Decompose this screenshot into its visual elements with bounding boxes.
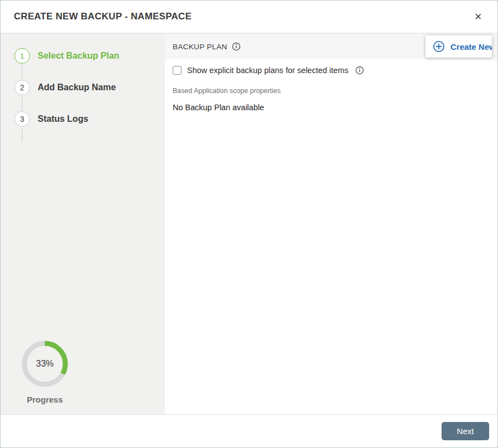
plus-circle-icon [433,40,445,53]
dialog-footer: Next [1,414,497,447]
create-new-button[interactable]: Create New ▾ [426,35,492,58]
wizard-sidebar: 1 Select Backup Plan 2 Add Backup Name 3… [1,34,165,414]
close-icon[interactable]: ✕ [471,9,485,24]
step-number-badge: 3 [14,111,30,127]
progress-indicator: 33% Progress [14,339,75,404]
main-panel: BACKUP PLAN Create New [165,34,497,414]
backup-plan-content: Show explicit backup plans for selected … [165,59,497,112]
step-add-backup-name[interactable]: 2 Add Backup Name [14,80,165,95]
progress-percent: 33% [20,339,69,388]
explicit-plans-checkbox[interactable] [173,66,181,75]
explicit-plans-row: Show explicit backup plans for selected … [173,66,490,75]
dialog-body: 1 Select Backup Plan 2 Add Backup Name 3… [1,34,497,414]
section-title: BACKUP PLAN [173,43,227,51]
step-number-badge: 1 [14,48,30,64]
create-backup-dialog: CREATE NEW BACKUP - NAMESPACE ✕ 1 Select… [0,0,498,448]
step-number-badge: 2 [14,80,30,95]
progress-ring: 33% [20,339,69,388]
step-label: Status Logs [38,114,89,124]
dialog-title: CREATE NEW BACKUP - NAMESPACE [14,11,191,22]
step-label: Add Backup Name [38,83,116,92]
create-new-label: Create New [450,42,492,52]
empty-message: No Backup Plan available [173,103,490,112]
scope-note: Based Application scope properties [173,87,490,95]
info-icon[interactable] [232,42,241,51]
step-label: Select Backup Plan [38,51,120,61]
dialog-header: CREATE NEW BACKUP - NAMESPACE ✕ [1,1,497,34]
explicit-plans-label: Show explicit backup plans for selected … [187,66,349,75]
step-select-backup-plan[interactable]: 1 Select Backup Plan [14,48,165,64]
backup-plan-header: BACKUP PLAN Create New [165,34,497,59]
next-button[interactable]: Next [442,422,489,440]
step-status-logs[interactable]: 3 Status Logs [14,111,165,127]
info-icon[interactable] [355,66,364,75]
progress-label: Progress [27,395,63,404]
